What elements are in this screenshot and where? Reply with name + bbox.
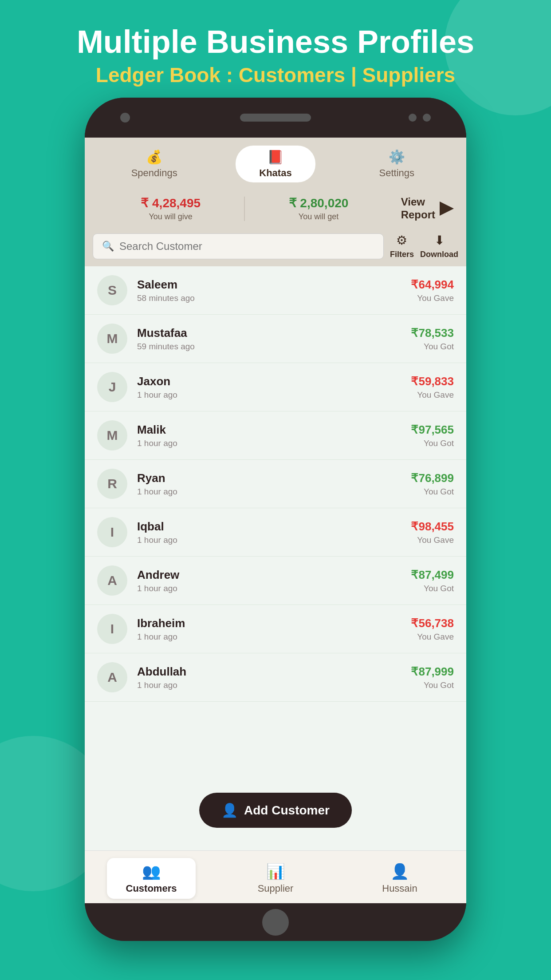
- phone-frame: 💰 Spendings 📕 Khatas ⚙️ Settings ₹ 4,28,…: [85, 98, 466, 941]
- customer-name: Abdullah: [137, 665, 401, 679]
- get-label: You will get: [245, 212, 392, 221]
- download-icon: ⬇: [434, 233, 445, 248]
- customer-avatar: A: [97, 565, 127, 596]
- customer-amount-wrap: ₹64,994 You Gave: [411, 278, 454, 303]
- customer-amount-wrap: ₹76,899 You Got: [411, 471, 454, 497]
- customer-avatar: I: [97, 614, 127, 644]
- customer-amount: ₹78,533: [411, 326, 454, 340]
- customer-time: 1 hour ago: [137, 584, 401, 593]
- customer-avatar: R: [97, 469, 127, 499]
- customer-name: Malik: [137, 423, 401, 437]
- tab-spendings[interactable]: 💰 Spendings: [114, 146, 194, 182]
- customer-avatar: M: [97, 420, 127, 450]
- customer-amount: ₹98,455: [411, 520, 454, 533]
- supplier-nav-label: Supplier: [258, 883, 294, 894]
- header-title: Multiple Business Profiles: [0, 24, 551, 59]
- customer-list-item[interactable]: A Andrew 1 hour ago ₹87,499 You Got: [85, 557, 466, 605]
- customer-list-item[interactable]: J Jaxon 1 hour ago ₹59,833 You Gave: [85, 363, 466, 411]
- hussain-nav-icon: 👤: [390, 862, 409, 880]
- customer-status: You Got: [411, 584, 454, 593]
- tab-khatas[interactable]: 📕 Khatas: [236, 146, 315, 182]
- customer-status: You Got: [411, 439, 454, 448]
- phone-top-bar: [85, 98, 466, 138]
- customer-status: You Gave: [411, 632, 454, 642]
- play-icon: [440, 202, 454, 216]
- customer-amount: ₹76,899: [411, 471, 454, 485]
- customer-list-item[interactable]: M Mustafaa 59 minutes ago ₹78,533 You Go…: [85, 315, 466, 363]
- settings-label: Settings: [379, 167, 415, 179]
- camera-dot-2: [423, 114, 431, 122]
- view-report-btn[interactable]: ViewReport: [401, 196, 454, 221]
- home-button[interactable]: [262, 909, 289, 936]
- download-label: Download: [420, 250, 458, 259]
- customer-amount-wrap: ₹78,533 You Got: [411, 326, 454, 352]
- bottom-nav-hussain[interactable]: 👤 Hussain: [355, 858, 444, 899]
- customer-amount-wrap: ₹97,565 You Got: [411, 423, 454, 448]
- customer-time: 1 hour ago: [137, 680, 401, 690]
- download-button[interactable]: ⬇ Download: [420, 233, 458, 259]
- filters-button[interactable]: ⚙ Filters: [390, 233, 414, 259]
- search-input[interactable]: [119, 240, 374, 253]
- customer-avatar: J: [97, 372, 127, 402]
- customer-list: S Saleem 58 minutes ago ₹64,994 You Gave…: [85, 266, 466, 850]
- customer-avatar: S: [97, 275, 127, 305]
- customer-name: Iqbal: [137, 520, 401, 533]
- khatas-icon: 📕: [267, 149, 283, 165]
- bottom-nav-customers[interactable]: 👥 Customers: [107, 858, 196, 899]
- khatas-label: Khatas: [259, 167, 291, 179]
- camera-dot-1: [409, 114, 417, 122]
- camera-dot: [120, 113, 130, 122]
- customer-info: Ryan 1 hour ago: [137, 471, 401, 497]
- customer-status: You Gave: [411, 293, 454, 303]
- speaker-bar: [240, 114, 311, 122]
- customer-amount: ₹87,499: [411, 568, 454, 582]
- customer-avatar: I: [97, 517, 127, 547]
- customer-info: Andrew 1 hour ago: [137, 568, 401, 593]
- header-subtitle: Ledger Book : Customers | Suppliers: [0, 63, 551, 87]
- customer-info: Jaxon 1 hour ago: [137, 375, 401, 400]
- customer-info: Saleem 58 minutes ago: [137, 278, 401, 303]
- customer-name: Ryan: [137, 471, 401, 485]
- spendings-icon: 💰: [146, 149, 162, 165]
- customer-time: 1 hour ago: [137, 632, 401, 642]
- customer-amount-wrap: ₹56,738 You Gave: [411, 616, 454, 642]
- customer-status: You Gave: [411, 390, 454, 400]
- customer-name: Ibraheim: [137, 616, 401, 630]
- phone-screen: 💰 Spendings 📕 Khatas ⚙️ Settings ₹ 4,28,…: [85, 138, 466, 903]
- customer-name: Mustafaa: [137, 326, 401, 340]
- customer-list-item[interactable]: I Iqbal 1 hour ago ₹98,455 You Gave: [85, 508, 466, 557]
- customer-list-item[interactable]: R Ryan 1 hour ago ₹76,899 You Got: [85, 460, 466, 508]
- customer-time: 1 hour ago: [137, 535, 401, 545]
- add-customer-button[interactable]: 👤 Add Customer: [199, 793, 352, 828]
- customer-status: You Gave: [411, 535, 454, 545]
- give-amount: ₹ 4,28,495: [97, 196, 244, 210]
- give-label: You will give: [97, 212, 244, 221]
- customer-list-item[interactable]: S Saleem 58 minutes ago ₹64,994 You Gave: [85, 266, 466, 315]
- settings-icon: ⚙️: [389, 149, 405, 165]
- search-input-wrap[interactable]: 🔍: [93, 233, 384, 259]
- customer-amount-wrap: ₹59,833 You Gave: [411, 375, 454, 400]
- customer-name: Jaxon: [137, 375, 401, 388]
- customer-info: Mustafaa 59 minutes ago: [137, 326, 401, 352]
- customer-amount-wrap: ₹98,455 You Gave: [411, 520, 454, 545]
- summary-get: ₹ 2,80,020 You will get: [245, 196, 392, 221]
- customer-status: You Got: [411, 680, 454, 690]
- customer-avatar: A: [97, 662, 127, 692]
- customer-list-item[interactable]: M Malik 1 hour ago ₹97,565 You Got: [85, 411, 466, 460]
- customer-list-item[interactable]: A Abdullah 1 hour ago ₹87,999 You Got: [85, 653, 466, 702]
- customer-info: Malik 1 hour ago: [137, 423, 401, 448]
- bottom-nav-supplier[interactable]: 📊 Supplier: [231, 858, 320, 899]
- customer-amount: ₹97,565: [411, 423, 454, 437]
- customer-amount: ₹87,999: [411, 665, 454, 679]
- add-customer-icon: 👤: [221, 802, 238, 818]
- customer-list-item[interactable]: I Ibraheim 1 hour ago ₹56,738 You Gave: [85, 605, 466, 653]
- search-row: 🔍 ⚙ Filters ⬇ Download: [85, 229, 466, 266]
- customer-time: 58 minutes ago: [137, 293, 401, 303]
- search-icon: 🔍: [102, 241, 114, 252]
- customer-time: 59 minutes ago: [137, 342, 401, 352]
- add-customer-label: Add Customer: [244, 803, 330, 818]
- customer-info: Iqbal 1 hour ago: [137, 520, 401, 545]
- customer-name: Saleem: [137, 278, 401, 292]
- customers-nav-label: Customers: [126, 883, 177, 894]
- tab-settings[interactable]: ⚙️ Settings: [357, 146, 437, 182]
